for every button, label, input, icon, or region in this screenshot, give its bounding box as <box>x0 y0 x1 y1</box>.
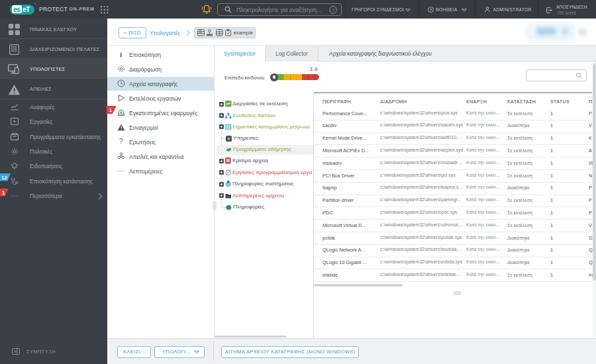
svg-text:B: B <box>226 159 230 163</box>
svg-text:?: ? <box>430 8 432 12</box>
svg-text:?: ? <box>332 7 334 13</box>
